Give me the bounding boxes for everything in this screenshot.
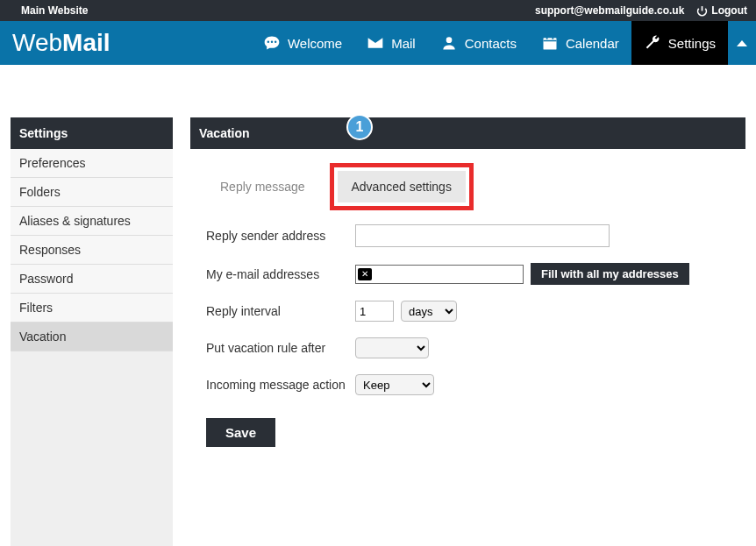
reply-interval-input[interactable] xyxy=(355,301,394,322)
logo[interactable]: WebMail xyxy=(0,21,123,65)
support-email-link[interactable]: support@webmailguide.co.uk xyxy=(535,4,684,17)
tag-remove-icon[interactable]: ✕ xyxy=(358,268,372,280)
save-button[interactable]: Save xyxy=(206,418,275,447)
sidebar-item-folders[interactable]: Folders xyxy=(11,178,173,207)
caret-up-icon xyxy=(737,40,747,46)
form: Reply sender address My e-mail addresses… xyxy=(190,219,745,447)
tab-highlight: Advanced settings xyxy=(330,163,474,210)
tab-advanced-settings[interactable]: Advanced settings xyxy=(338,171,466,202)
put-after-select[interactable] xyxy=(355,337,429,358)
topbar: Main Website support@webmailguide.co.uk … xyxy=(0,0,756,21)
reply-interval-label: Reply interval xyxy=(206,304,355,318)
wrench-icon xyxy=(644,34,661,52)
logout-label: Logout xyxy=(711,4,747,17)
content: Settings Preferences Folders Aliases & s… xyxy=(0,65,756,546)
svg-rect-1 xyxy=(543,38,556,49)
nav-calendar-label: Calendar xyxy=(566,36,619,51)
put-after-label: Put vacation rule after xyxy=(206,341,355,355)
step-badge: 1 xyxy=(346,114,373,140)
logo-part1: Web xyxy=(12,29,62,57)
incoming-action-label: Incoming message action xyxy=(206,378,355,392)
email-addresses-label: My e-mail addresses xyxy=(206,267,355,281)
reply-interval-unit-select[interactable]: days xyxy=(401,301,457,322)
nav-welcome-label: Welcome xyxy=(288,36,342,51)
calendar-icon xyxy=(541,34,559,52)
reply-sender-label: Reply sender address xyxy=(206,229,355,243)
nav-contacts-label: Contacts xyxy=(465,36,517,51)
nav-mail[interactable]: Mail xyxy=(354,21,428,65)
main-title: Vacation xyxy=(199,126,250,140)
nav-settings[interactable]: Settings xyxy=(631,21,728,65)
nav-settings-label: Settings xyxy=(668,36,716,51)
sidebar-item-password[interactable]: Password xyxy=(11,265,173,294)
nav-calendar[interactable]: Calendar xyxy=(529,21,631,65)
sidebar-title: Settings xyxy=(11,117,173,149)
envelope-icon xyxy=(367,34,384,52)
logo-part2: Mail xyxy=(62,29,110,57)
navbar: WebMail Welcome Mail Contacts Calendar S… xyxy=(0,21,756,65)
sidebar-item-vacation[interactable]: Vacation xyxy=(11,323,173,351)
reply-sender-input[interactable] xyxy=(355,224,610,247)
svg-point-0 xyxy=(446,37,452,43)
fill-all-addresses-button[interactable]: Fill with all my addresses xyxy=(531,263,689,285)
sidebar-item-filters[interactable]: Filters xyxy=(11,294,173,323)
sidebar-item-preferences[interactable]: Preferences xyxy=(11,149,173,178)
email-addresses-input[interactable]: ✕ xyxy=(355,265,524,284)
sidebar-item-responses[interactable]: Responses xyxy=(11,236,173,265)
sidebar: Settings Preferences Folders Aliases & s… xyxy=(11,117,173,546)
logout-link[interactable]: Logout xyxy=(696,4,747,17)
person-icon xyxy=(440,34,458,52)
nav-mail-label: Mail xyxy=(391,36,416,51)
main-panel: Vacation 1 Reply message Advanced settin… xyxy=(190,117,745,546)
nav-welcome[interactable]: Welcome xyxy=(251,21,354,65)
sidebar-item-aliases[interactable]: Aliases & signatures xyxy=(11,207,173,236)
nav-contacts[interactable]: Contacts xyxy=(428,21,529,65)
incoming-action-select[interactable]: Keep xyxy=(355,374,434,395)
chat-icon xyxy=(263,34,281,52)
power-icon xyxy=(696,5,708,17)
main-website-link[interactable]: Main Website xyxy=(21,4,88,17)
nav-caret[interactable] xyxy=(728,21,756,65)
tabs: Reply message Advanced settings xyxy=(206,163,745,210)
main-title-bar: Vacation 1 xyxy=(190,117,745,149)
tab-reply-message[interactable]: Reply message xyxy=(206,171,319,202)
